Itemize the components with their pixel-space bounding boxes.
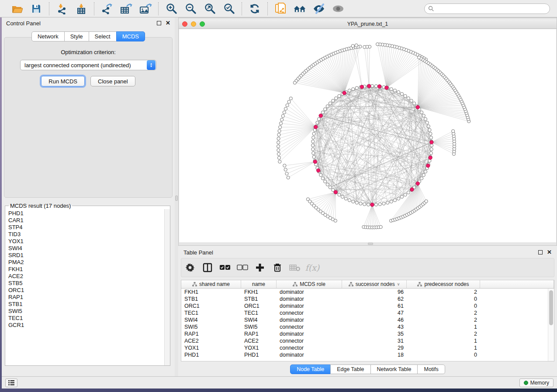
clone-network-icon[interactable] bbox=[274, 2, 287, 15]
delete-row-icon[interactable] bbox=[269, 260, 286, 275]
export-image-icon[interactable] bbox=[139, 2, 152, 15]
mcds-node-item[interactable]: PMA2 bbox=[8, 259, 164, 266]
node-table: shared namenameMCDS rolesuccessor nodes∨… bbox=[181, 280, 554, 361]
tab-network[interactable]: Network bbox=[31, 31, 65, 41]
table-row[interactable]: PHD1PHD1dominator180 bbox=[181, 351, 554, 358]
delete-table-icon[interactable] bbox=[286, 260, 304, 275]
table-cell: connector bbox=[277, 309, 342, 316]
mcds-node-item[interactable]: STB5 bbox=[8, 280, 164, 287]
column-header-shared-name[interactable]: shared name bbox=[181, 280, 241, 288]
network-graph[interactable] bbox=[179, 29, 556, 242]
table-tab-edge-table[interactable]: Edge Table bbox=[330, 364, 370, 374]
table-cell: 61 bbox=[342, 303, 407, 309]
fx-label: f(x) bbox=[305, 263, 320, 272]
table-scrollbar[interactable] bbox=[548, 289, 554, 361]
mcds-node-item[interactable]: STP4 bbox=[8, 224, 164, 231]
deselect-all-icon[interactable] bbox=[234, 260, 251, 275]
table-cell: 18 bbox=[342, 351, 407, 358]
task-history-icon[interactable] bbox=[5, 378, 17, 387]
table-tab-node-table[interactable]: Node Table bbox=[290, 364, 331, 374]
mcds-node-item[interactable]: CAR1 bbox=[8, 217, 164, 224]
mcds-node-item[interactable]: SRD1 bbox=[8, 252, 164, 259]
mcds-node-item[interactable]: TID3 bbox=[8, 231, 164, 238]
mcds-node-item[interactable]: SWI5 bbox=[8, 308, 164, 315]
open-file-icon[interactable] bbox=[10, 2, 24, 15]
show-columns-icon[interactable] bbox=[199, 260, 216, 275]
optimization-criterion-select[interactable]: largest connected component (undirected)… bbox=[20, 60, 156, 70]
column-header-predecessor-nodes[interactable]: predecessor nodes bbox=[407, 280, 480, 288]
show-all-icon[interactable] bbox=[332, 2, 345, 15]
table-row[interactable]: SWI4SWI4dominator462 bbox=[181, 316, 554, 323]
tab-select[interactable]: Select bbox=[89, 31, 117, 41]
table-cell: 0 bbox=[407, 296, 480, 303]
mcds-node-item[interactable]: YOX1 bbox=[8, 238, 164, 245]
table-cell: 2 bbox=[407, 289, 480, 296]
chevron-down-icon[interactable]: ∨ bbox=[397, 282, 400, 286]
mcds-node-item[interactable]: RAP1 bbox=[8, 294, 164, 301]
hide-selected-icon[interactable] bbox=[312, 2, 325, 15]
select-all-icon[interactable] bbox=[216, 260, 234, 275]
mcds-node-item[interactable]: ORC1 bbox=[8, 287, 164, 294]
table-settings-icon[interactable] bbox=[181, 260, 199, 275]
mcds-node-item[interactable]: STB1 bbox=[8, 301, 164, 308]
mcds-result-list[interactable]: PHD1CAR1STP4TID3YOX1SWI4SRD1PMA2FKH1ACE2… bbox=[5, 209, 164, 365]
shared-column-icon bbox=[417, 282, 422, 286]
run-mcds-button[interactable]: Run MCDS bbox=[41, 76, 85, 86]
memory-button[interactable]: Memory bbox=[519, 378, 554, 387]
table-row[interactable]: TEC1TEC1connector472 bbox=[181, 309, 554, 316]
zoom-selected-icon[interactable] bbox=[222, 2, 235, 15]
column-header-name[interactable]: name bbox=[241, 280, 277, 288]
table-row[interactable]: RAP1RAP1dominator352 bbox=[181, 330, 554, 337]
splitter-grip[interactable] bbox=[175, 196, 178, 201]
tab-style[interactable]: Style bbox=[64, 31, 89, 41]
float-panel-icon[interactable] bbox=[157, 21, 161, 25]
close-panel-icon[interactable]: ✕ bbox=[166, 21, 170, 25]
mcds-node-item[interactable]: PHD1 bbox=[8, 210, 164, 217]
table-row[interactable]: STB1STB1dominator620 bbox=[181, 296, 554, 303]
scrollbar-thumb[interactable] bbox=[549, 290, 553, 325]
mcds-node-item[interactable]: TEC1 bbox=[8, 315, 164, 322]
table-cell: TEC1 bbox=[241, 309, 277, 316]
mcds-node-item[interactable]: ACE2 bbox=[8, 273, 164, 280]
table-row[interactable]: ACE2ACE2connector311 bbox=[181, 337, 554, 344]
status-bar: Memory bbox=[2, 376, 557, 389]
table-row[interactable]: YOX1YOX1connector291 bbox=[181, 344, 554, 351]
network-titlebar[interactable]: YPA_prune.txt_1 bbox=[179, 19, 557, 29]
table-cell: SWI5 bbox=[241, 323, 277, 330]
search-input[interactable] bbox=[424, 3, 550, 14]
zoom-out-icon[interactable] bbox=[184, 2, 197, 15]
function-builder-icon[interactable]: f(x) bbox=[304, 260, 321, 275]
export-network-icon[interactable] bbox=[100, 2, 114, 15]
zoom-in-icon[interactable] bbox=[165, 2, 178, 15]
tab-mcds[interactable]: MCDS bbox=[116, 31, 145, 41]
close-panel-icon[interactable]: ✕ bbox=[547, 250, 552, 254]
float-panel-icon[interactable] bbox=[538, 250, 543, 254]
close-panel-button[interactable]: Close panel bbox=[90, 76, 135, 86]
import-network-icon[interactable] bbox=[55, 2, 69, 15]
mcds-node-item[interactable]: GCR1 bbox=[8, 322, 164, 329]
import-table-icon[interactable] bbox=[75, 2, 88, 15]
memory-label: Memory bbox=[530, 380, 549, 386]
table-row[interactable]: FKH1FKH1dominator962 bbox=[181, 289, 554, 296]
mcds-list-scrollbar[interactable] bbox=[164, 209, 170, 365]
mcds-node-item[interactable]: FKH1 bbox=[8, 266, 164, 273]
column-header-MCDS-role[interactable]: MCDS role bbox=[277, 280, 342, 288]
column-header-successor-nodes[interactable]: successor nodes∨ bbox=[342, 280, 407, 288]
horizontal-splitter[interactable] bbox=[179, 242, 557, 245]
mcds-node-item[interactable]: SWI4 bbox=[8, 245, 164, 252]
vertical-splitter[interactable] bbox=[175, 17, 178, 376]
first-neighbors-icon[interactable] bbox=[293, 2, 306, 15]
splitter-grip[interactable] bbox=[368, 243, 373, 245]
table-tab-network-table[interactable]: Network Table bbox=[370, 364, 418, 374]
table-cell: RAP1 bbox=[241, 330, 277, 337]
table-row[interactable]: ORC1ORC1dominator610 bbox=[181, 303, 554, 309]
network-canvas[interactable] bbox=[179, 29, 556, 242]
zoom-fit-icon[interactable] bbox=[203, 2, 216, 15]
save-session-icon[interactable] bbox=[30, 2, 43, 15]
refresh-layout-icon[interactable] bbox=[248, 2, 261, 15]
table-row[interactable]: SWI5SWI5connector431 bbox=[181, 323, 554, 330]
table-cell: 2 bbox=[407, 330, 480, 337]
export-table-icon[interactable] bbox=[120, 2, 133, 15]
table-tab-motifs[interactable]: Motifs bbox=[417, 364, 445, 374]
add-row-icon[interactable] bbox=[251, 260, 269, 275]
